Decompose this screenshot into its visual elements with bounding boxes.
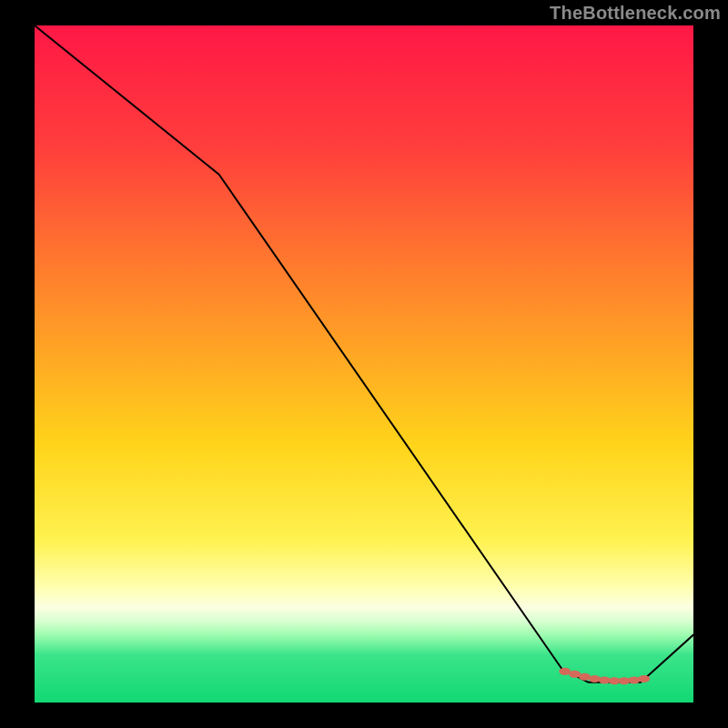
gradient-background: [35, 25, 693, 703]
marker-dot: [628, 676, 640, 683]
chart-svg: [35, 25, 693, 703]
marker-dot: [589, 675, 601, 682]
plot-area: [35, 25, 693, 703]
chart-frame: TheBottleneck.com: [0, 0, 728, 728]
attribution-text: TheBottleneck.com: [550, 3, 721, 24]
marker-dot: [638, 675, 650, 682]
